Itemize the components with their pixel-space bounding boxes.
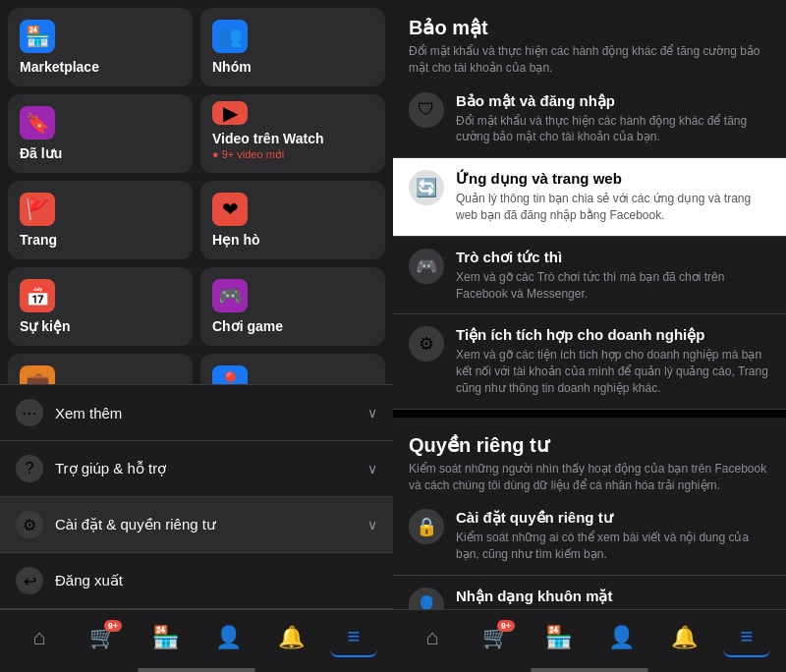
- grid-item-game[interactable]: 🎮 Chơi game: [200, 267, 385, 346]
- ung-dung-trang-web-icon: 🔄: [409, 170, 444, 205]
- ung-dung-trang-web-desc: Quản lý thông tin bạn chia sẻ với các ứn…: [456, 191, 770, 224]
- cai-dat-label: Cài đặt & quyền riêng tư: [55, 516, 367, 533]
- right-nav-home[interactable]: ⌂: [409, 618, 456, 657]
- settings-item-tro-choi-tuc-thi[interactable]: 🎮 Trò chơi tức thì Xem và gỡ các Trò chơ…: [393, 237, 786, 315]
- section-title-quyen-rieng-tu: Quyền riêng tư: [409, 433, 770, 457]
- xem-them-chevron: ∨: [367, 405, 377, 420]
- grid-item-sukien[interactable]: 📅 Sự kiện: [8, 267, 193, 346]
- right-nav-store[interactable]: 🛒 9+: [472, 618, 519, 657]
- section-header-quyen-rieng-tu: Quyền riêng tư Kiểm soát những người nhì…: [393, 418, 786, 498]
- right-nav-bell[interactable]: 🔔: [660, 618, 707, 657]
- viec-icon: 💼: [20, 365, 55, 384]
- left-bottom-nav: ⌂ 🛒 9+ 🏪 👤 🔔 ≡: [0, 609, 393, 664]
- grid-section: 🏪 Marketplace 👥 Nhóm 🔖 Đã lưu ▶ Video tr…: [0, 0, 393, 384]
- grid-item-marketplace[interactable]: 🏪 Marketplace: [8, 8, 193, 86]
- settings-item-tien-ich-doanh-nghiep[interactable]: ⚙ Tiện ích tích hợp cho doanh nghiệp Xem…: [393, 314, 786, 409]
- right-nav-people[interactable]: 👤: [597, 618, 645, 657]
- trang-label: Trang: [20, 232, 181, 248]
- left-nav-people[interactable]: 👤: [204, 618, 252, 657]
- game-icon: 🎮: [212, 279, 248, 312]
- cai-dat-icon: ⚙: [16, 511, 43, 538]
- home-indicator: [138, 668, 255, 672]
- menu-item-xem-them[interactable]: ⋯ Xem thêm ∨: [0, 385, 393, 441]
- left-nav-people-icon: 👤: [215, 625, 242, 650]
- nhan-dang-khuon-mat-title: Nhận dạng khuôn mặt: [456, 588, 770, 605]
- section-desc-quyen-rieng-tu: Kiểm soát những người nhìn thấy hoạt độn…: [409, 461, 770, 494]
- grid-item-trang[interactable]: 🚩 Trang: [8, 181, 193, 259]
- right-nav-people-icon: 👤: [608, 625, 635, 650]
- cai-dat-quyen-rieng-tu-content: Cài đặt quyền riêng tư Kiểm soát những a…: [456, 509, 770, 563]
- video-sublabel: ● 9+ video mới: [212, 148, 373, 161]
- section-desc-bao-mat: Đổi mật khẩu và thực hiện các hành động …: [409, 43, 770, 77]
- nhan-dang-khuon-mat-content: Nhận dạng khuôn mặt: [456, 588, 770, 608]
- hendo-icon: ❤: [212, 193, 248, 226]
- banbe-icon: 📍: [212, 365, 248, 384]
- right-nav-menu[interactable]: ≡: [723, 618, 770, 657]
- sukien-label: Sự kiện: [20, 318, 181, 334]
- trang-icon: 🚩: [20, 193, 55, 226]
- tro-giup-icon: ?: [16, 455, 43, 482]
- menu-item-tro-giup[interactable]: ? Trợ giúp & hỗ trợ ∨: [0, 441, 393, 497]
- daluu-icon: 🔖: [20, 106, 55, 140]
- left-nav-home-icon: ⌂: [32, 625, 45, 650]
- grid-item-viec[interactable]: 💼 Việc làm: [8, 354, 193, 384]
- bao-mat-dang-nhap-title: Bảo mật và đăng nhập: [456, 92, 770, 110]
- menu-section: ⋯ Xem thêm ∨ ? Trợ giúp & hỗ trợ ∨ ⚙ Cài…: [0, 384, 393, 609]
- xem-them-label: Xem thêm: [55, 405, 367, 421]
- grid-item-banbe[interactable]: 📍 Bạn bè quanh đây: [200, 354, 385, 384]
- left-nav-menu-icon: ≡: [348, 624, 361, 649]
- ung-dung-trang-web-title: Ứng dụng và trang web: [456, 170, 770, 188]
- game-label: Chơi game: [212, 318, 373, 334]
- left-nav-shop[interactable]: 🏪: [141, 618, 189, 657]
- marketplace-icon: 🏪: [20, 20, 55, 53]
- settings-item-cai-dat-quyen-rieng-tu[interactable]: 🔒 Cài đặt quyền riêng tư Kiểm soát những…: [393, 497, 786, 576]
- grid-item-video[interactable]: ▶ Video trên Watch ● 9+ video mới: [200, 94, 385, 173]
- left-nav-store[interactable]: 🛒 9+: [79, 618, 126, 657]
- left-nav-menu[interactable]: ≡: [330, 618, 377, 657]
- settings-item-ung-dung-trang-web[interactable]: 🔄 Ứng dụng và trang web Quản lý thông ti…: [393, 158, 786, 237]
- right-panel: Bảo mật Đổi mật khẩu và thực hiện các hà…: [393, 0, 786, 672]
- left-nav-store-badge: 9+: [104, 620, 122, 632]
- right-nav-bell-icon: 🔔: [671, 625, 698, 650]
- right-scroll: Bảo mật Đổi mật khẩu và thực hiện các hà…: [393, 0, 786, 609]
- grid-item-daluu[interactable]: 🔖 Đã lưu: [8, 94, 193, 173]
- tien-ich-doanh-nghiep-desc: Xem và gỡ các tiện ích tích hợp cho doan…: [456, 347, 770, 396]
- ung-dung-trang-web-content: Ứng dụng và trang web Quản lý thông tin …: [456, 170, 770, 224]
- cai-dat-quyen-rieng-tu-icon: 🔒: [409, 509, 444, 544]
- nhan-dang-khuon-mat-icon: 👤: [409, 588, 444, 609]
- grid-item-hendo[interactable]: ❤ Hẹn hò: [200, 181, 385, 259]
- menu-item-cai-dat[interactable]: ⚙ Cài đặt & quyền riêng tư ∨: [0, 497, 393, 553]
- tro-giup-chevron: ∨: [367, 461, 377, 476]
- nhom-label: Nhóm: [212, 59, 373, 75]
- left-nav-home[interactable]: ⌂: [16, 618, 63, 657]
- left-nav-bell[interactable]: 🔔: [267, 618, 314, 657]
- settings-item-bao-mat-dang-nhap[interactable]: 🛡 Bảo mật và đăng nhập Đổi mật khẩu và t…: [393, 81, 786, 159]
- xem-them-icon: ⋯: [16, 399, 43, 426]
- marketplace-label: Marketplace: [20, 59, 181, 75]
- grid-item-nhom[interactable]: 👥 Nhóm: [200, 8, 385, 86]
- right-nav-shop[interactable]: 🏪: [534, 618, 582, 657]
- left-panel: 🏪 Marketplace 👥 Nhóm 🔖 Đã lưu ▶ Video tr…: [0, 0, 393, 672]
- right-nav-shop-icon: 🏪: [545, 625, 572, 650]
- cai-dat-chevron: ∨: [367, 517, 377, 532]
- section-header-bao-mat: Bảo mật Đổi mật khẩu và thực hiện các hà…: [393, 0, 786, 81]
- left-nav-bell-icon: 🔔: [278, 625, 305, 650]
- tro-giup-label: Trợ giúp & hỗ trợ: [55, 460, 367, 477]
- video-label: Video trên Watch: [212, 131, 373, 146]
- section-divider-0: [393, 410, 786, 418]
- tro-choi-tuc-thi-title: Trò chơi tức thì: [456, 249, 770, 266]
- tro-choi-tuc-thi-desc: Xem và gỡ các Trò chơi tức thì mà bạn đã…: [456, 269, 770, 303]
- nhom-icon: 👥: [212, 20, 248, 53]
- right-nav-menu-icon: ≡: [741, 624, 754, 649]
- sukien-icon: 📅: [20, 279, 55, 312]
- cai-dat-quyen-rieng-tu-title: Cài đặt quyền riêng tư: [456, 509, 770, 527]
- menu-item-dang-xuat[interactable]: ↩ Đăng xuất: [0, 553, 393, 609]
- tien-ich-doanh-nghiep-icon: ⚙: [409, 326, 444, 362]
- cai-dat-quyen-rieng-tu-desc: Kiểm soát những ai có thể xem bài viết v…: [456, 530, 770, 563]
- right-bottom-nav: ⌂ 🛒 9+ 🏪 👤 🔔 ≡: [393, 609, 786, 664]
- settings-item-nhan-dang-khuon-mat[interactable]: 👤 Nhận dạng khuôn mặt: [393, 576, 786, 609]
- section-title-bao-mat: Bảo mật: [409, 16, 770, 39]
- right-nav-home-icon: ⌂: [425, 625, 438, 650]
- tro-choi-tuc-thi-content: Trò chơi tức thì Xem và gỡ các Trò chơi …: [456, 249, 770, 303]
- video-icon: ▶: [212, 101, 248, 125]
